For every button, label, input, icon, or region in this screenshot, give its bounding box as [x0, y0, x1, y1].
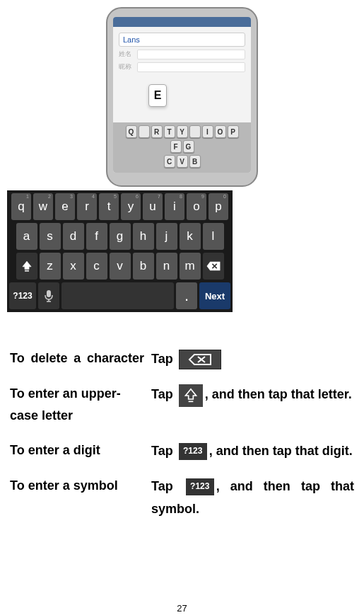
- key-p[interactable]: p0: [209, 193, 228, 220]
- backspace-key[interactable]: [203, 253, 224, 280]
- key-b[interactable]: b: [133, 253, 154, 280]
- mode-key[interactable]: ?123: [9, 282, 36, 309]
- mini-key: [139, 125, 150, 138]
- inst-label: To delete a character: [10, 347, 151, 369]
- inst-action: Tap ?123, and then tap that symbol.: [151, 475, 354, 521]
- key-g[interactable]: g: [110, 223, 131, 250]
- phone-status-bar: [113, 17, 251, 27]
- mini-key: Q: [126, 125, 137, 138]
- key-w[interactable]: w2: [33, 193, 53, 220]
- shift-icon: [179, 384, 203, 407]
- key-l[interactable]: l: [203, 223, 224, 250]
- phone-mini-keyboard: Q R T Y I O P F G C V B: [113, 122, 251, 173]
- key-a[interactable]: a: [16, 223, 37, 250]
- phone-text-field: Lans: [119, 33, 245, 47]
- phone-input-area: Lans 姓名 昵称: [113, 27, 251, 81]
- table-row: To delete a character Tap: [10, 347, 354, 370]
- phone-screen: Lans 姓名 昵称 E Q R T Y I O P F: [113, 17, 251, 173]
- mini-key: O: [215, 125, 226, 138]
- instructions-table: To delete a character Tap To enter an up…: [7, 347, 357, 521]
- key-r[interactable]: r4: [77, 193, 97, 220]
- phone-illustration: Lans 姓名 昵称 E Q R T Y I O P F: [7, 7, 357, 187]
- key-h[interactable]: h: [133, 223, 154, 250]
- key-k[interactable]: k: [180, 223, 201, 250]
- table-row: To enter an upper-case letter Tap , and …: [10, 383, 354, 426]
- svg-rect-4: [188, 401, 193, 402]
- keyboard-row-2: a s d f g h j k l: [9, 223, 230, 250]
- mini-key: [189, 125, 201, 138]
- period-key[interactable]: .: [176, 282, 197, 309]
- key-o[interactable]: o9: [187, 193, 206, 220]
- keyboard-row-3: z x c v b n m: [9, 253, 230, 280]
- key-s[interactable]: s: [40, 223, 61, 250]
- key-d[interactable]: d: [63, 223, 84, 250]
- mode-icon: ?123: [179, 443, 207, 460]
- backspace-icon: [206, 260, 221, 272]
- page-number: 27: [0, 603, 364, 614]
- mini-key: Y: [177, 125, 188, 138]
- keyboard-row-1: q1 w2 e3 r4 t5 y6 u7 i8 o9 p0: [9, 193, 230, 220]
- mini-key: F: [170, 140, 182, 153]
- mini-key: R: [151, 125, 163, 138]
- mode-icon: ?123: [186, 478, 214, 495]
- key-f[interactable]: f: [86, 223, 107, 250]
- shift-key[interactable]: [16, 253, 37, 280]
- onscreen-keyboard: q1 w2 e3 r4 t5 y6 u7 i8 o9 p0 a s d f g …: [7, 190, 233, 312]
- key-y[interactable]: y6: [121, 193, 141, 220]
- space-key[interactable]: [61, 282, 174, 309]
- key-v[interactable]: v: [110, 253, 131, 280]
- key-n[interactable]: n: [156, 253, 177, 280]
- svg-rect-1: [47, 290, 51, 297]
- mini-key: V: [177, 155, 188, 168]
- shift-icon: [20, 260, 33, 272]
- key-j[interactable]: j: [156, 223, 177, 250]
- keyboard-row-4: ?123 . Next: [9, 282, 230, 309]
- table-row: To enter a symbol Tap ?123, and then tap…: [10, 475, 354, 521]
- key-popup-e: E: [148, 84, 167, 107]
- mic-icon: [44, 289, 54, 302]
- backspace-icon: [179, 350, 221, 369]
- inst-action: Tap ?123, and then tap that digit.: [151, 439, 354, 462]
- inst-action: Tap , and then tap that letter.: [151, 383, 354, 406]
- key-t[interactable]: t5: [99, 193, 119, 220]
- inst-label: To enter a digit: [10, 439, 151, 461]
- key-i[interactable]: i8: [165, 193, 184, 220]
- phone-body: Lans 姓名 昵称 E Q R T Y I O P F: [106, 7, 258, 187]
- mic-key[interactable]: [38, 282, 59, 309]
- key-x[interactable]: x: [63, 253, 84, 280]
- key-z[interactable]: z: [40, 253, 61, 280]
- inst-label: To enter an upper-case letter: [10, 383, 151, 426]
- key-u[interactable]: u7: [143, 193, 163, 220]
- inst-action: Tap: [151, 347, 354, 370]
- key-m[interactable]: m: [180, 253, 201, 280]
- mini-key: C: [164, 155, 175, 168]
- mini-key: B: [189, 155, 201, 168]
- mini-key: T: [164, 125, 175, 138]
- svg-rect-0: [25, 270, 29, 272]
- key-e[interactable]: e3: [55, 193, 75, 220]
- table-row: To enter a digit Tap ?123, and then tap …: [10, 439, 354, 462]
- inst-label: To enter a symbol: [10, 475, 151, 497]
- mini-key: G: [183, 140, 194, 153]
- mini-key: P: [228, 125, 239, 138]
- next-key[interactable]: Next: [199, 282, 230, 309]
- key-q[interactable]: q1: [11, 193, 31, 220]
- key-c[interactable]: c: [86, 253, 107, 280]
- mini-key: I: [202, 125, 213, 138]
